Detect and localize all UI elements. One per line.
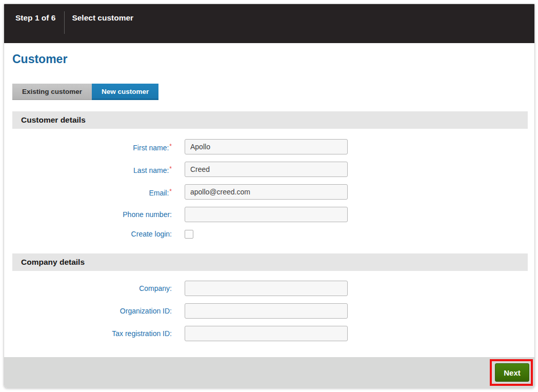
last-name-label-text: Last name:	[133, 166, 169, 174]
required-asterisk: *	[169, 165, 172, 172]
step-indicator: Step 1 of 6	[15, 13, 55, 23]
first-name-label: First name:*	[12, 139, 172, 155]
last-name-input[interactable]	[185, 162, 348, 177]
form-row-first-name: First name:*	[12, 139, 528, 154]
company-label: Company:	[12, 281, 172, 296]
form-row-email: Email:*	[12, 184, 528, 200]
email-label: Email:*	[12, 184, 172, 201]
first-name-label-text: First name:	[133, 144, 169, 152]
section-header-customer-details: Customer details	[12, 111, 528, 129]
form-row-create-login: Create login:	[12, 229, 528, 239]
customer-details-form: First name:* Last name:* Email:* Phone n…	[12, 139, 528, 239]
header-divider	[64, 11, 65, 34]
organization-id-label: Organization ID:	[12, 303, 172, 319]
customer-type-tabs: Existing customer New customer	[12, 84, 528, 100]
required-asterisk: *	[169, 143, 172, 150]
organization-id-input[interactable]	[185, 303, 348, 319]
phone-number-input[interactable]	[185, 207, 348, 222]
form-row-company: Company:	[12, 281, 528, 296]
content-area: Customer Existing customer New customer …	[4, 43, 534, 357]
tax-registration-id-input[interactable]	[185, 326, 348, 341]
form-row-last-name: Last name:*	[12, 162, 528, 177]
create-login-label: Create login:	[12, 229, 172, 239]
email-label-text: Email:	[149, 189, 169, 197]
red-highlight-annotation: Next	[490, 359, 533, 386]
wizard-window: Step 1 of 6 Select customer Customer Exi…	[4, 4, 535, 388]
form-row-phone-number: Phone number:	[12, 207, 528, 222]
tab-new-customer[interactable]: New customer	[92, 84, 158, 100]
section-header-company-details: Company details	[12, 253, 528, 271]
company-input[interactable]	[185, 281, 348, 296]
tax-registration-id-label: Tax registration ID:	[12, 326, 172, 341]
wizard-header: Step 1 of 6 Select customer	[4, 4, 534, 43]
wizard-footer: Next	[4, 357, 534, 388]
wizard-page-title: Select customer	[72, 13, 133, 23]
required-asterisk: *	[169, 188, 172, 195]
company-details-form: Company: Organization ID: Tax registrati…	[12, 281, 528, 341]
email-input[interactable]	[185, 184, 348, 200]
form-row-tax-registration-id: Tax registration ID:	[12, 326, 528, 341]
page-title: Customer	[12, 51, 528, 67]
last-name-label: Last name:*	[12, 161, 172, 178]
create-login-checkbox[interactable]	[185, 230, 193, 239]
first-name-input[interactable]	[185, 139, 348, 154]
phone-number-label: Phone number:	[12, 207, 172, 222]
form-row-organization-id: Organization ID:	[12, 303, 528, 319]
tab-existing-customer[interactable]: Existing customer	[12, 84, 92, 100]
next-button[interactable]: Next	[495, 363, 529, 382]
